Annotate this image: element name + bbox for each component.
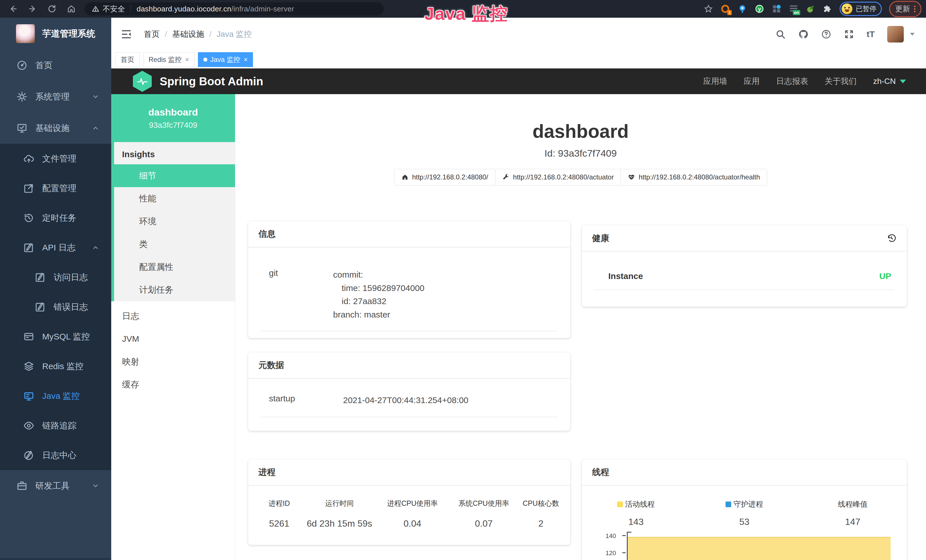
profile-avatar bbox=[841, 3, 852, 14]
sba-nav-wallboard[interactable]: 应用墙 bbox=[703, 76, 727, 87]
font-size-icon[interactable]: tT bbox=[867, 29, 875, 39]
sidebar-item-error-logs[interactable]: 错误日志 bbox=[0, 292, 111, 322]
sidebar-item-dev-tools[interactable]: 研发工具 bbox=[0, 470, 111, 501]
tag-home[interactable]: 首页 bbox=[115, 52, 140, 67]
breadcrumb-separator: / bbox=[209, 30, 212, 39]
tag-redis-monitor[interactable]: Redis 监控 × bbox=[143, 52, 195, 67]
tag-java-monitor[interactable]: Java 监控 × bbox=[198, 52, 253, 67]
health-instance-row[interactable]: Instance UP bbox=[595, 264, 894, 290]
insights-item-config-props[interactable]: 配置属性 bbox=[114, 256, 235, 278]
app-logo-row[interactable]: 芋道管理系统 bbox=[0, 18, 111, 50]
sidebar-item-mysql-monitor[interactable]: MySQL 监控 bbox=[0, 322, 111, 351]
fullscreen-icon[interactable] bbox=[844, 29, 854, 39]
instance-item-mappings[interactable]: 映射 bbox=[111, 350, 235, 373]
sidebar-item-cron-jobs[interactable]: 定时任务 bbox=[0, 203, 111, 233]
address-bar[interactable]: 不安全 dashboard.yudao.iocoder.cn/infra/adm… bbox=[85, 2, 384, 15]
extension-icon-list[interactable]: on bbox=[789, 4, 799, 14]
sidebar-item-api-logs[interactable]: API 日志 bbox=[0, 233, 111, 262]
tags-view: 首页 Redis 监控 × Java 监控 × bbox=[111, 51, 926, 68]
sba-nav-links: 应用墙 应用 日志报表 关于我们 zh-CN bbox=[703, 76, 926, 87]
edit-icon bbox=[23, 183, 34, 194]
breadcrumb-infra[interactable]: 基础设施 bbox=[172, 29, 204, 40]
sidebar-item-redis-monitor[interactable]: Redis 监控 bbox=[0, 351, 111, 381]
breadcrumb-home[interactable]: 首页 bbox=[144, 29, 160, 40]
chevron-down-icon bbox=[900, 80, 906, 83]
history-icon[interactable] bbox=[887, 233, 897, 243]
log-edit-icon bbox=[35, 272, 45, 283]
back-icon[interactable] bbox=[9, 4, 18, 14]
instance-item-caches[interactable]: 缓存 bbox=[111, 373, 235, 396]
sba-nav-about[interactable]: 关于我们 bbox=[825, 76, 857, 87]
legend-value: 53 bbox=[690, 517, 799, 527]
extensions-puzzle-icon[interactable] bbox=[823, 4, 832, 14]
sidebar-item-label: 首页 bbox=[35, 60, 53, 71]
sidebar-item-config-mgmt[interactable]: 配置管理 bbox=[0, 173, 111, 203]
info-card-body: git commit: time: 1596289704000 id: 27aa… bbox=[248, 247, 570, 331]
sba-locale-select[interactable]: zh-CN bbox=[873, 77, 906, 86]
user-avatar[interactable] bbox=[887, 26, 904, 42]
insights-item-classes[interactable]: 类 bbox=[114, 233, 235, 256]
sidebar-item-java-monitor[interactable]: Java 监控 bbox=[0, 381, 111, 411]
warning-icon bbox=[92, 5, 99, 12]
sidebar-item-home[interactable]: 首页 bbox=[0, 50, 111, 81]
sba-nav-journal[interactable]: 日志报表 bbox=[776, 76, 808, 87]
extension-on-badge: on bbox=[793, 10, 800, 15]
avatar-caret-icon[interactable] bbox=[910, 33, 915, 36]
sba-logo-icon[interactable] bbox=[133, 71, 152, 92]
sidebar-item-label: Java 监控 bbox=[42, 390, 80, 402]
browser-update-button[interactable]: 更新 bbox=[889, 1, 921, 17]
eye-icon bbox=[23, 420, 34, 431]
instance-links: http://192.168.0.2:48080/ http://192.168… bbox=[235, 169, 926, 185]
chevron-down-icon bbox=[92, 482, 99, 490]
close-icon[interactable]: × bbox=[185, 56, 189, 64]
extension-icon-pin[interactable] bbox=[737, 4, 747, 14]
threads-chart: 140 120 100 bbox=[582, 532, 907, 560]
chevron-up-icon bbox=[92, 244, 99, 251]
browser-menu-dots-icon[interactable] bbox=[914, 6, 915, 12]
sidebar-item-infra[interactable]: 基础设施 bbox=[0, 112, 111, 144]
actuator-url-button[interactable]: http://192.168.0.2:48080/actuator bbox=[495, 169, 621, 185]
extension-icon-sprout[interactable] bbox=[806, 4, 816, 14]
tag-label: Redis 监控 bbox=[148, 55, 182, 64]
hamburger-icon[interactable] bbox=[120, 28, 132, 40]
insights-item-metrics[interactable]: 性能 bbox=[114, 187, 235, 210]
insights-item-scheduled-tasks[interactable]: 计划任务 bbox=[114, 278, 235, 301]
sidebar-item-tracing[interactable]: 链路追踪 bbox=[0, 411, 111, 440]
insights-group: Insights 细节 性能 环境 类 配置属性 计划任务 bbox=[111, 142, 235, 301]
extension-icon-grid[interactable] bbox=[772, 4, 781, 14]
url-path: /infra/admin-server bbox=[231, 5, 294, 13]
reload-icon[interactable] bbox=[47, 4, 56, 14]
chevron-up-icon bbox=[92, 124, 99, 132]
sidebar-item-label: 研发工具 bbox=[35, 480, 70, 492]
instance-detail-content: dashboard Id: 93a3fc7f7409 http://192.16… bbox=[235, 94, 926, 560]
instance-header[interactable]: dashboard 93a3fc7f7409 bbox=[111, 94, 235, 142]
instance-item-jvm[interactable]: JVM bbox=[111, 327, 235, 350]
extension-icon-green-circle[interactable]: y bbox=[755, 4, 764, 14]
sidebar-item-log-center[interactable]: 日志中心 bbox=[0, 440, 111, 470]
sidebar-item-access-logs[interactable]: 访问日志 bbox=[0, 262, 111, 292]
extension-icon-orange[interactable]: 1 bbox=[720, 4, 730, 14]
sidebar-item-system[interactable]: 系统管理 bbox=[0, 81, 111, 112]
help-icon[interactable] bbox=[821, 29, 831, 39]
home-icon[interactable] bbox=[67, 4, 76, 14]
cloud-upload-icon bbox=[23, 153, 34, 164]
service-url-button[interactable]: http://192.168.0.2:48080/ bbox=[394, 169, 495, 185]
github-icon[interactable] bbox=[798, 29, 808, 39]
insights-item-env[interactable]: 环境 bbox=[114, 210, 235, 233]
process-card-body: 进程ID 5261 运行时间 6d 23h 15m 59s 进程CPU使用率 0… bbox=[248, 485, 570, 529]
col-header: 进程CPU使用率 bbox=[374, 499, 451, 508]
sidebar-item-file-mgmt[interactable]: 文件管理 bbox=[0, 144, 111, 173]
insights-item-details[interactable]: 细节 bbox=[114, 164, 235, 187]
sba-nav-applications[interactable]: 应用 bbox=[744, 76, 760, 87]
live-threads-area bbox=[628, 537, 891, 560]
instance-item-logs[interactable]: 日志 bbox=[111, 305, 235, 327]
legend-daemon-threads: 守护进程 53 bbox=[690, 499, 799, 527]
search-icon[interactable] bbox=[775, 29, 786, 39]
health-url-button[interactable]: http://192.168.0.2:48080/actuator/health bbox=[620, 169, 767, 185]
bookmark-star-icon[interactable] bbox=[704, 4, 713, 14]
browser-profile-chip[interactable]: 已暂停 bbox=[840, 2, 882, 16]
forward-icon[interactable] bbox=[28, 4, 37, 14]
sba-brand[interactable]: Spring Boot Admin bbox=[160, 75, 263, 88]
locale-label: zh-CN bbox=[873, 77, 896, 86]
close-icon[interactable]: × bbox=[244, 56, 248, 64]
